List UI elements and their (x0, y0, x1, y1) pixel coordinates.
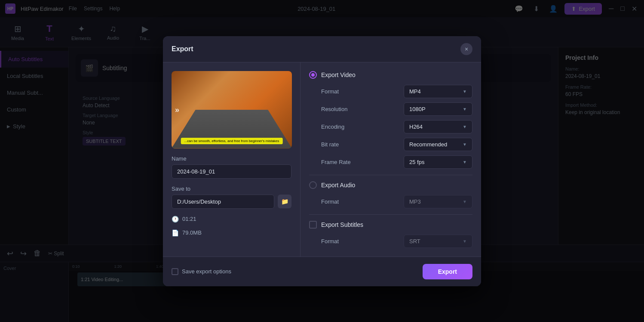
modal-right-panel: Export Video Format MP4 ▼ Resolution 108… (301, 62, 481, 257)
framerate-setting-row: Frame Rate 25 fps ▼ (321, 155, 472, 169)
clock-icon: 🕐 (172, 216, 179, 223)
format-select[interactable]: MP4 ▼ (404, 85, 472, 98)
resolution-chevron-icon: ▼ (463, 107, 467, 111)
audio-format-value: MP3 (409, 198, 421, 205)
encoding-label: Encoding (321, 124, 356, 130)
divider-2 (309, 214, 472, 215)
encoding-chevron-icon: ▼ (463, 124, 467, 129)
duration-value: 01:21 (182, 216, 196, 222)
save-export-options-row: Save export options (172, 268, 231, 275)
duration-row: 🕐 01:21 (172, 216, 291, 223)
audio-format-setting-row: Format MP3 ▼ (321, 195, 472, 208)
save-to-row: Save to 📁 (172, 186, 291, 209)
audio-format-label: Format (321, 198, 356, 205)
audio-format-chevron-icon: ▼ (463, 199, 467, 204)
bitrate-setting-row: Bit rate Recommended ▼ (321, 138, 472, 151)
name-label: Name (172, 155, 291, 162)
subtitles-format-setting-row: Format SRT ▼ (321, 235, 472, 248)
subtitles-format-label: Format (321, 238, 356, 245)
resolution-value: 1080P (409, 106, 426, 112)
modal-body: ...can be smooth, effortless, and free f… (163, 62, 481, 257)
save-to-label: Save to (172, 186, 291, 192)
bitrate-chevron-icon: ▼ (463, 142, 467, 147)
modal-title: Export (172, 45, 193, 53)
resolution-setting-row: Resolution 1080P ▼ (321, 102, 472, 116)
modal-header: Export × (163, 36, 481, 62)
save-export-options-checkbox[interactable] (172, 268, 178, 275)
encoding-select[interactable]: H264 ▼ (404, 120, 472, 133)
framerate-chevron-icon: ▼ (463, 160, 467, 164)
subtitles-settings-grid: Format SRT ▼ (309, 235, 472, 248)
export-video-radio[interactable] (309, 71, 317, 79)
export-subtitles-option[interactable]: Export Subtitles (309, 221, 472, 229)
format-label: Format (321, 88, 356, 95)
resolution-select[interactable]: 1080P ▼ (404, 102, 472, 116)
save-to-input[interactable] (172, 195, 274, 209)
save-export-options-label: Save export options (182, 268, 231, 275)
export-video-option[interactable]: Export Video (309, 71, 472, 79)
video-subtitle-preview: ...can be smooth, effortless, and free f… (181, 138, 283, 144)
save-to-input-wrapper: 📁 (172, 195, 291, 209)
export-audio-option[interactable]: Export Audio (309, 181, 472, 189)
modal-left-panel: ...can be smooth, effortless, and free f… (163, 62, 301, 257)
subtitles-format-chevron-icon: ▼ (463, 239, 467, 244)
audio-settings-grid: Format MP3 ▼ (309, 195, 472, 208)
encoding-value: H264 (409, 124, 423, 130)
video-preview: ...can be smooth, effortless, and free f… (172, 71, 292, 149)
export-video-label: Export Video (321, 71, 356, 78)
filesize-value: 79.0MB (182, 229, 202, 236)
audio-format-select[interactable]: MP3 ▼ (404, 195, 472, 208)
framerate-value: 25 fps (409, 159, 424, 165)
file-icon: 📄 (172, 229, 179, 236)
video-nav-left-icon[interactable]: » (175, 105, 179, 114)
modal-footer: Save export options Export (163, 257, 481, 286)
framerate-select[interactable]: 25 fps ▼ (404, 155, 472, 169)
export-audio-label: Export Audio (321, 182, 355, 189)
export-subtitles-checkbox[interactable] (309, 221, 317, 229)
modal-backdrop[interactable]: Export × ...can be smooth, effortless, a… (0, 0, 644, 322)
format-chevron-icon: ▼ (463, 89, 467, 94)
modal-close-button[interactable]: × (460, 43, 472, 55)
bitrate-label: Bit rate (321, 141, 356, 148)
divider-1 (309, 175, 472, 175)
encoding-setting-row: Encoding H264 ▼ (321, 120, 472, 133)
bitrate-value: Recommended (409, 141, 447, 148)
filesize-row: 📄 79.0MB (172, 229, 291, 236)
resolution-label: Resolution (321, 106, 356, 112)
subtitles-format-value: SRT (409, 238, 420, 245)
export-action-button[interactable]: Export (423, 264, 472, 279)
export-modal: Export × ...can be smooth, effortless, a… (163, 36, 481, 286)
name-field-row: Name (172, 155, 291, 179)
name-input[interactable] (172, 164, 291, 179)
format-value: MP4 (409, 88, 421, 95)
framerate-label: Frame Rate (321, 159, 356, 165)
format-setting-row: Format MP4 ▼ (321, 85, 472, 98)
bitrate-select[interactable]: Recommended ▼ (404, 138, 472, 151)
video-background: ...can be smooth, effortless, and free f… (172, 71, 292, 149)
export-audio-radio[interactable] (309, 181, 317, 189)
subtitles-format-select[interactable]: SRT ▼ (404, 235, 472, 248)
export-subtitles-label: Export Subtitles (321, 221, 363, 228)
video-settings-grid: Format MP4 ▼ Resolution 1080P ▼ (309, 85, 472, 169)
folder-browse-button[interactable]: 📁 (278, 195, 291, 208)
